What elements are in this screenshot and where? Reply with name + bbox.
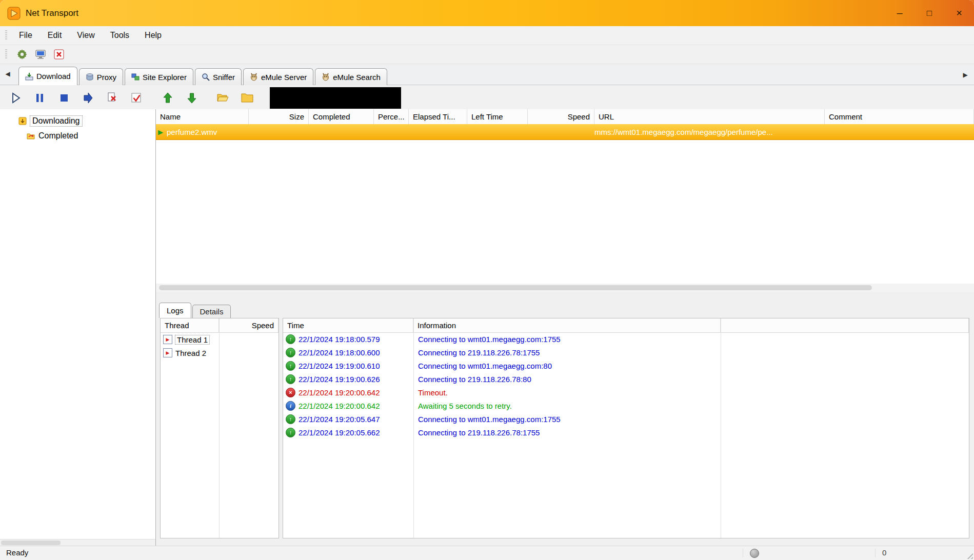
tab-scroll-left-button[interactable]: ◀ [3,70,12,77]
column-speed[interactable]: Speed [219,318,279,332]
check-button[interactable] [127,88,146,108]
log-row[interactable]: 22/1/2024 19:19:00.610 Connecting to wmt… [283,359,969,372]
tree-item-completed[interactable]: Completed [27,130,78,142]
titlebar[interactable]: Net Transport – □ × [0,0,974,26]
thread-icon [163,335,172,344]
scroll-right-icon: ▶ [963,71,967,78]
scrollbar-thumb[interactable] [159,285,872,290]
column-empty[interactable] [721,318,969,332]
proxy-tab-icon [86,73,94,81]
tab-scroll-right-button[interactable]: ▶ [961,71,970,78]
column-name[interactable]: Name [156,109,249,124]
menu-view[interactable]: View [69,26,102,45]
downloads-horizontal-scrollbar[interactable] [156,284,974,292]
column-information[interactable]: Information [413,318,721,332]
tab-site-explorer[interactable]: Site Explorer [125,68,193,85]
gear-icon [16,49,28,60]
tab-details[interactable]: Details [192,305,231,318]
column-time[interactable]: Time [283,318,413,332]
redownload-button[interactable] [78,88,98,108]
log-time: 22/1/2024 19:20:05.647 [299,415,380,424]
column-url[interactable]: URL [594,109,825,124]
close-button[interactable]: × [944,0,974,26]
scrollbar-thumb[interactable] [1,541,61,545]
log-row[interactable]: 22/1/2024 19:20:00.642 Awaiting 5 second… [283,399,969,412]
app-icon [7,7,21,20]
column-speed[interactable]: Speed [528,109,594,124]
stop-button[interactable] [54,88,74,108]
log-time: 22/1/2024 19:18:00.579 [299,335,380,344]
maximize-button[interactable]: □ [915,0,944,26]
site-explorer-tab-icon [131,73,140,81]
log-row[interactable]: 22/1/2024 19:18:00.579 Connecting to wmt… [283,332,969,346]
check-icon [130,91,143,105]
tab-emule-search[interactable]: eMule Search [315,68,387,85]
tab-download[interactable]: Download [18,67,77,85]
log-time: 22/1/2024 19:18:00.600 [299,348,380,357]
log-row[interactable]: 22/1/2024 19:19:00.626 Connecting to 219… [283,372,969,386]
thread-row[interactable]: Thread 1 [161,333,279,346]
desktop-background: Net Transport – □ × File Edit View Tools… [0,0,974,560]
toolbar-gripper [5,49,7,59]
start-button[interactable] [6,88,26,108]
log-row[interactable]: 22/1/2024 19:20:00.642 Timeout. [283,386,969,399]
tree-item-label: Downloading [30,116,82,126]
move-up-button[interactable] [158,88,177,108]
tab-logs[interactable]: Logs [159,303,191,318]
log-status-icon [286,414,295,424]
log-status-icon [286,348,295,357]
menu-edit[interactable]: Edit [40,26,70,45]
log-info: Connecting to wmt01.megaegg.com:1755 [413,335,721,344]
download-row[interactable]: ▶ perfume2.wmv mms://wmt01.megaegg.com/m… [156,124,974,140]
tree-horizontal-scrollbar[interactable] [0,539,155,546]
maximize-icon: □ [927,8,932,18]
emule-search-tab-icon [322,73,330,81]
column-thread[interactable]: Thread [161,318,219,332]
log-time: 22/1/2024 19:19:00.610 [299,362,380,370]
log-row[interactable]: 22/1/2024 19:20:05.662 Connecting to 219… [283,426,969,439]
log-row[interactable]: 22/1/2024 19:20:05.647 Connecting to wmt… [283,412,969,426]
minimize-button[interactable]: – [885,0,915,26]
censored-input[interactable] [270,87,401,109]
column-elapsed[interactable]: Elapsed Ti... [409,109,467,124]
tab-sniffer[interactable]: Sniffer [195,68,242,85]
column-comment[interactable]: Comment [825,109,974,124]
downloads-header: Name Size Completed Perce... Elapsed Ti.… [156,109,974,125]
move-down-button[interactable] [182,88,202,108]
column-left-time[interactable]: Left Time [467,109,528,124]
pause-button[interactable] [30,88,50,108]
menu-help[interactable]: Help [137,26,169,45]
exit-button[interactable] [51,47,67,62]
download-tab-icon [25,72,33,81]
log-info: Connecting to 219.118.226.78:1755 [413,348,721,357]
tree-item-label: Completed [38,131,78,141]
delete-icon [106,91,119,105]
column-percent[interactable]: Perce... [374,109,409,124]
stop-icon [57,91,71,105]
menu-gripper [5,30,7,41]
log-status-icon [286,388,295,397]
content-area: Downloading Completed Name Size [0,109,974,546]
menu-tools[interactable]: Tools [103,26,137,45]
log-row[interactable]: 22/1/2024 19:18:00.600 Connecting to 219… [283,346,969,359]
column-size[interactable]: Size [249,109,309,124]
log-rows: 22/1/2024 19:18:00.579 Connecting to wmt… [283,332,969,538]
tree-item-downloading[interactable]: Downloading [18,115,82,127]
monitor-icon [35,49,46,60]
menu-file[interactable]: File [11,26,40,45]
open-folder-button[interactable] [213,88,233,108]
folder-icon [241,91,254,105]
column-completed[interactable]: Completed [309,109,374,124]
transfer-info-button[interactable] [33,47,48,62]
settings-button[interactable] [14,47,30,62]
delete-button[interactable] [103,88,122,108]
browse-folder-button[interactable] [237,88,257,108]
minimize-icon: – [897,7,902,19]
tab-emule-server[interactable]: eMule Server [243,68,313,85]
resize-grip-icon[interactable] [965,551,973,559]
status-divider [743,549,743,557]
thread-row[interactable]: Thread 2 [161,346,279,359]
log-status-icon [286,428,295,437]
status-indicator [750,549,759,558]
tab-proxy[interactable]: Proxy [79,68,123,85]
